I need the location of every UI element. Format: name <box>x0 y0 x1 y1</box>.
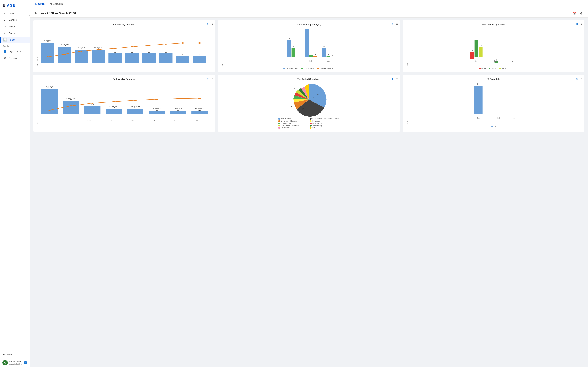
failures-by-category-card: Failures by Category ⚙ ≡ Total <box>33 75 215 132</box>
chart-row-1: Failures by Location ⚙ ≡ Total Failures <box>33 20 585 72</box>
site-section: Site Arlington ▾ <box>0 348 30 358</box>
svg-point-33 <box>97 49 100 50</box>
svg-rect-54 <box>309 55 313 57</box>
failures-category-y-label: Total <box>36 82 38 124</box>
pct-complete-menu[interactable]: ≡ <box>581 77 582 80</box>
failures-by-location-menu[interactable]: ≡ <box>212 23 213 25</box>
sidebar-item-assign[interactable]: ▲ Assign <box>0 23 30 30</box>
mitigations-menu[interactable]: ≡ <box>581 23 582 25</box>
svg-point-30 <box>46 57 49 58</box>
pct-complete-title: % Complete <box>406 78 582 80</box>
svg-text:72%: 72% <box>162 50 170 52</box>
svg-rect-53 <box>305 29 309 57</box>
svg-text:49%: 49% <box>173 108 183 109</box>
svg-text:50%: 50% <box>94 47 102 49</box>
svg-text:44%: 44% <box>77 47 86 49</box>
filter-button[interactable]: ⚌ <box>566 11 571 16</box>
legend-open: Open <box>479 67 486 69</box>
svg-text:8: 8 <box>472 50 473 51</box>
failures-location-y-label: Total Failures <box>36 28 38 66</box>
notification-badge[interactable]: 1 <box>24 361 27 364</box>
svg-rect-5 <box>125 53 139 63</box>
site-label: Site <box>3 350 27 352</box>
total-audits-gear[interactable]: ⚙ <box>391 23 394 26</box>
svg-rect-88 <box>191 111 208 114</box>
avatar: G <box>2 360 8 365</box>
svg-rect-84 <box>106 109 122 114</box>
tab-all-audits[interactable]: ALL AUDITS <box>49 0 63 8</box>
svg-text:68%: 68% <box>145 50 153 52</box>
svg-rect-3 <box>92 50 105 63</box>
svg-rect-9 <box>193 56 206 63</box>
settings-button[interactable]: ⚙ <box>579 11 584 16</box>
svg-rect-70 <box>470 52 474 59</box>
svg-text:26: 26 <box>476 38 477 39</box>
svg-text:17: 17 <box>302 108 304 110</box>
header-actions: ⚌ 📅 ⚙ <box>566 11 584 16</box>
svg-text:50%: 50% <box>195 108 204 109</box>
failures-category-gear[interactable]: ⚙ <box>207 77 209 80</box>
svg-rect-57 <box>327 56 330 57</box>
svg-text:22: 22 <box>317 94 319 96</box>
svg-rect-85 <box>127 109 144 114</box>
legend-all: All <box>491 125 496 127</box>
failures-category-menu[interactable]: ≡ <box>212 77 213 80</box>
findings-icon: ⚠ <box>3 32 7 35</box>
manage-icon: 🗂 <box>3 18 7 21</box>
chevron-down-icon: ▾ <box>12 353 14 356</box>
svg-point-112 <box>198 98 201 99</box>
svg-rect-55 <box>313 56 317 57</box>
svg-text:16: 16 <box>293 46 294 48</box>
svg-point-35 <box>130 46 134 47</box>
svg-point-108 <box>112 101 116 102</box>
organization-icon: 👤 <box>3 50 7 53</box>
pct-complete-card: % Complete ⚙ ≡ Total 94 1 <box>403 75 585 132</box>
main-content: REPORTS ALL AUDITS January 2020 — March … <box>30 0 588 367</box>
svg-text:Feb: Feb <box>497 117 501 119</box>
svg-text:Safety: Safety <box>167 120 178 121</box>
site-dropdown[interactable]: Arlington ▾ <box>3 352 27 356</box>
pct-complete-gear[interactable]: ⚙ <box>576 77 578 80</box>
calendar-button[interactable]: 📅 <box>572 11 577 16</box>
svg-point-37 <box>164 43 167 45</box>
collapse-button[interactable]: ‹ <box>28 14 32 17</box>
svg-rect-7 <box>159 53 172 63</box>
sidebar-item-settings[interactable]: ⚙ Settings <box>0 55 30 61</box>
mitigations-chart: 8 26 15 1 Jan Feb Mar <box>408 28 582 63</box>
tab-reports[interactable]: REPORTS <box>33 0 45 8</box>
total-audits-menu[interactable]: ≡ <box>396 23 398 25</box>
failures-category-chart: 27 9 5 3 3 1 1 1 27% 36% 41% 44 <box>38 82 212 121</box>
legend-grounding-2: Grounding 2 <box>278 127 308 129</box>
sidebar-item-manage[interactable]: 🗂 Manage <box>0 17 30 23</box>
sidebar-item-home[interactable]: ⌂ Home <box>0 10 30 17</box>
top-failed-gear[interactable]: ⚙ <box>391 77 394 80</box>
total-audits-title: Total Audits (by Layer) <box>221 23 397 26</box>
sidebar-item-findings[interactable]: ⚠ Findings <box>0 30 30 36</box>
top-failed-menu[interactable]: ≡ <box>396 77 398 80</box>
sidebar-item-organization[interactable]: 👤 Organization <box>0 48 30 55</box>
failures-by-location-gear[interactable]: ⚙ <box>207 23 209 26</box>
svg-text:People: People <box>80 120 92 121</box>
top-failed-card: Top Failed Questions ⚙ ≡ <box>218 75 400 132</box>
mitigations-gear[interactable]: ⚙ <box>576 23 578 26</box>
app-logo: EASE <box>0 0 30 10</box>
home-icon: ⌂ <box>3 12 7 15</box>
svg-text:1: 1 <box>290 96 291 98</box>
svg-point-109 <box>134 100 137 101</box>
svg-rect-71 <box>475 40 478 57</box>
svg-text:16: 16 <box>323 46 325 48</box>
sidebar-item-report[interactable]: 📊 Report <box>0 36 30 43</box>
total-audits-y-label: Total <box>221 28 223 66</box>
user-email: gavin.drake@easeinc... <box>9 363 23 365</box>
svg-text:48%: 48% <box>152 108 161 109</box>
main-nav: ⌂ Home 🗂 Manage ▲ Assign ⚠ Findings 📊 Re… <box>0 10 30 43</box>
failures-by-location-title: Failures by Location <box>36 23 212 26</box>
svg-text:Miscellaneous: Miscellaneous <box>178 120 199 121</box>
legend-pinch-point: Pinch point 4 <box>310 120 339 122</box>
legend-tasks-being: Tasks Being <box>310 125 339 126</box>
svg-text:16%: 16% <box>43 40 52 42</box>
chart-row-2: Failures by Category ⚙ ≡ Total <box>33 75 585 132</box>
svg-text:2: 2 <box>328 54 329 56</box>
sidebar: EASE ‹ ⌂ Home 🗂 Manage ▲ Assign ⚠ Findin… <box>0 0 30 367</box>
user-bar: G Gavin Drake gavin.drake@easeinc... 1 <box>0 358 30 367</box>
